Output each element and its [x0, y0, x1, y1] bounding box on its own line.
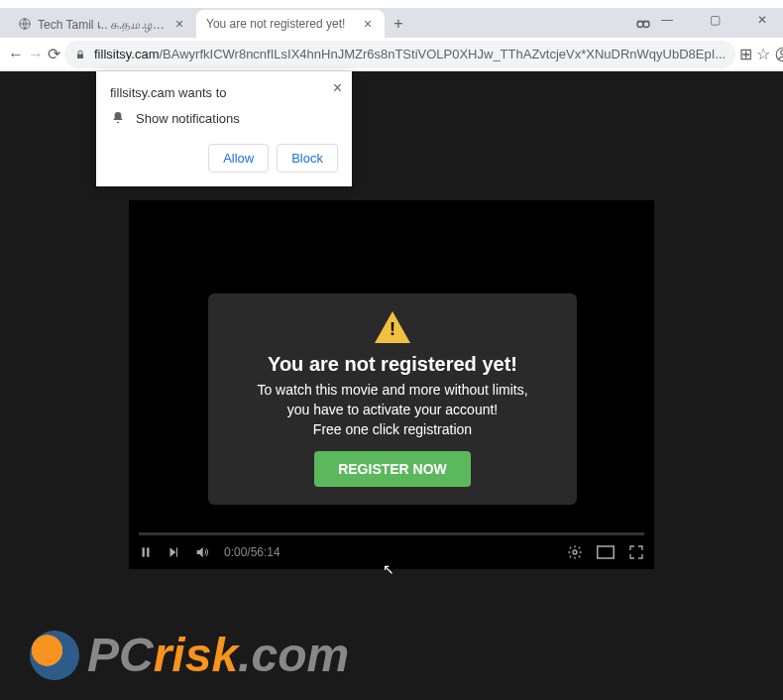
close-icon[interactable]: ×	[333, 79, 342, 97]
overlay-title: You are not registered yet!	[228, 353, 557, 376]
svg-rect-10	[598, 546, 615, 558]
account-icon[interactable]	[774, 41, 783, 68]
time-display: 0:00/56:14	[224, 545, 280, 559]
incognito-icon	[634, 14, 652, 32]
back-button[interactable]: ←	[8, 41, 24, 68]
tab-2-active[interactable]: You are not registered yet! ×	[196, 10, 385, 38]
watermark-text: PCrisk.com	[87, 628, 349, 682]
browser-window: — ▢ ✕ Tech Tamil เ.. க.த.ம.ழ Tips And × …	[0, 0, 783, 700]
minimize-button[interactable]: —	[652, 10, 682, 30]
pause-icon[interactable]	[139, 545, 153, 559]
close-window-button[interactable]: ✕	[747, 10, 777, 30]
bell-icon	[110, 110, 126, 126]
volume-icon[interactable]	[194, 544, 210, 560]
page-content: × fillsitsy.cam wants to Show notificati…	[0, 71, 783, 700]
tab-title: You are not registered yet!	[206, 17, 355, 31]
video-player: You are not registered yet! To watch thi…	[129, 200, 654, 569]
url-text: fillsitsy.cam/BAwyrfkICWr8ncnfILsIX4hnHn…	[94, 47, 726, 61]
lock-icon	[74, 49, 86, 60]
prompt-buttons: Allow Block	[110, 144, 338, 173]
permission-label: Show notifications	[136, 111, 240, 126]
overlay-line1: To watch this movie and more without lim…	[228, 382, 557, 398]
warning-icon	[375, 311, 410, 343]
reload-button[interactable]: ⟳	[48, 41, 60, 68]
close-tab-icon[interactable]: ×	[361, 17, 375, 31]
svg-rect-7	[147, 547, 149, 556]
registration-overlay: You are not registered yet! To watch thi…	[208, 293, 577, 505]
block-button[interactable]: Block	[277, 144, 338, 173]
prompt-title: fillsitsy.cam wants to	[110, 85, 338, 100]
svg-rect-6	[143, 547, 145, 556]
settings-icon[interactable]	[567, 544, 583, 560]
tab-1[interactable]: Tech Tamil เ.. க.த.ம.ழ Tips And ×	[8, 10, 196, 38]
pcrisk-logo-icon	[30, 631, 79, 680]
close-tab-icon[interactable]: ×	[172, 17, 186, 31]
bookmark-star-icon[interactable]: ☆	[756, 41, 770, 68]
svg-rect-3	[77, 54, 83, 58]
svg-point-1	[643, 22, 649, 28]
address-bar[interactable]: fillsitsy.cam/BAwyrfkICWr8ncnfILsIX4hnHn…	[64, 41, 735, 68]
player-controls: 0:00/56:14	[129, 535, 654, 569]
permission-row: Show notifications	[110, 110, 338, 126]
overlay-free-text: Free one click registration	[228, 421, 557, 437]
watermark: PCrisk.com	[30, 628, 349, 682]
tab-title: Tech Tamil เ.. க.த.ம.ழ Tips And	[38, 15, 167, 34]
toolbar: ← → ⟳ fillsitsy.cam/BAwyrfkICWr8ncnfILsI…	[0, 38, 783, 71]
overlay-line2: you have to activate your account!	[228, 402, 557, 417]
theater-icon[interactable]	[597, 545, 615, 559]
allow-button[interactable]: Allow	[208, 144, 269, 173]
next-icon[interactable]	[167, 545, 180, 559]
new-tab-button[interactable]: +	[385, 10, 412, 38]
svg-rect-8	[176, 547, 177, 556]
forward-button[interactable]: →	[28, 41, 44, 68]
notification-prompt: × fillsitsy.cam wants to Show notificati…	[96, 71, 352, 186]
register-now-button[interactable]: REGISTER NOW	[314, 451, 471, 487]
svg-point-0	[637, 22, 643, 28]
fullscreen-icon[interactable]	[628, 544, 644, 560]
window-controls: — ▢ ✕	[652, 10, 777, 30]
globe-icon	[18, 17, 32, 31]
maximize-button[interactable]: ▢	[700, 10, 729, 30]
svg-point-9	[573, 550, 577, 554]
apps-icon[interactable]: ⊞	[739, 41, 752, 68]
